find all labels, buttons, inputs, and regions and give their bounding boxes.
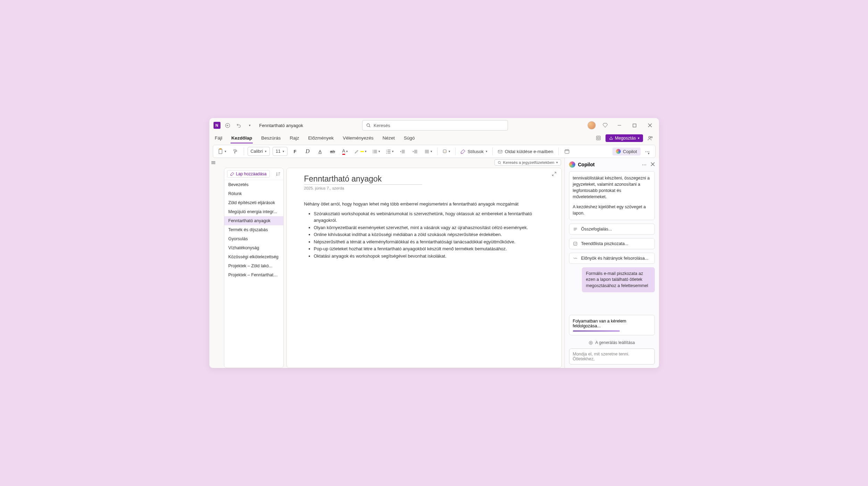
meeting-button[interactable] xyxy=(562,146,572,156)
stop-generation-button[interactable]: A generálás leállítása xyxy=(589,339,635,346)
svg-rect-36 xyxy=(211,161,215,162)
note-canvas[interactable]: Fenntartható anyagok 2025. június 7., sz… xyxy=(286,168,562,368)
underline-button[interactable]: A xyxy=(315,146,325,156)
suggestion-todo[interactable]: Teendőlista piszkozata... xyxy=(569,238,655,249)
svg-point-9 xyxy=(651,136,652,138)
tab-előzmények[interactable]: Előzmények xyxy=(308,133,335,143)
tab-fájl[interactable]: Fájl xyxy=(214,133,223,143)
strikethrough-button[interactable]: ab xyxy=(328,146,337,156)
progress-bar xyxy=(573,330,620,332)
title-bar: N ▾ Fenntartható anyagok Keresés xyxy=(209,118,659,133)
highlight-button[interactable]: ▾ xyxy=(353,146,368,156)
maximize-button[interactable] xyxy=(630,120,640,130)
close-icon[interactable] xyxy=(651,162,655,167)
svg-rect-23 xyxy=(387,153,391,153)
diamond-icon[interactable] xyxy=(601,122,609,129)
page-item[interactable]: Gyorsulás xyxy=(224,234,283,243)
search-input[interactable]: Keresés xyxy=(362,120,508,131)
svg-rect-24 xyxy=(402,150,405,150)
tab-rajz[interactable]: Rajz xyxy=(289,133,300,143)
svg-rect-31 xyxy=(425,151,429,151)
nav-toggle[interactable] xyxy=(209,158,218,368)
checkbox-icon xyxy=(573,241,578,246)
paste-button[interactable]: ▾ xyxy=(216,146,228,156)
wave-icon xyxy=(573,256,578,261)
tab-véleményezés[interactable]: Véleményezés xyxy=(342,133,374,143)
processing-card: Folyamatban van a kérelem feldolgozása..… xyxy=(569,315,655,335)
font-size-select[interactable]: 11▾ xyxy=(273,147,287,156)
tag-button[interactable]: ▾ xyxy=(441,146,452,156)
page-item[interactable]: Közösségi elkötelezettség xyxy=(224,252,283,261)
avatar[interactable] xyxy=(587,121,596,129)
note-body[interactable]: Néhány ötlet arról, hogy hogyan lehet mé… xyxy=(304,201,544,259)
tab-beszúrás[interactable]: Beszúrás xyxy=(260,133,281,143)
format-painter-button[interactable] xyxy=(231,146,240,156)
tab-nézet[interactable]: Nézet xyxy=(382,133,395,143)
ribbon-expand-icon[interactable]: ▾ xyxy=(644,149,654,158)
note-bullet: Online kihívásokat indíthat a közösségi … xyxy=(314,231,544,238)
outdent-button[interactable] xyxy=(398,146,408,156)
expand-icon[interactable] xyxy=(552,171,557,176)
page-item[interactable]: Megújuló energia integr... xyxy=(224,207,283,216)
align-button[interactable]: ▾ xyxy=(423,146,434,156)
svg-rect-11 xyxy=(219,149,221,150)
svg-point-13 xyxy=(373,151,373,152)
sort-icon[interactable] xyxy=(276,171,281,176)
svg-rect-38 xyxy=(211,164,215,164)
svg-rect-35 xyxy=(565,150,569,153)
tab-súgó[interactable]: Súgó xyxy=(403,133,416,143)
svg-rect-32 xyxy=(425,152,429,153)
more-icon[interactable]: ⋯ xyxy=(642,162,646,167)
body: Keresés a jegyzetfüzetekben ▾ Lap hozzáa… xyxy=(209,158,659,368)
bold-button[interactable]: F xyxy=(290,146,300,156)
svg-rect-27 xyxy=(414,150,417,150)
undo-icon[interactable] xyxy=(235,122,243,129)
font-name-select[interactable]: Calibri▾ xyxy=(248,147,270,156)
share-button[interactable]: Megosztás ▾ xyxy=(606,134,643,142)
add-page-icon xyxy=(230,172,234,176)
note-title[interactable]: Fenntartható anyagok xyxy=(304,174,422,185)
svg-rect-28 xyxy=(414,151,417,151)
onenote-app-icon: N xyxy=(214,122,220,129)
app-window: N ▾ Fenntartható anyagok Keresés FájlKez… xyxy=(209,118,659,368)
page-item[interactable]: Projektek – Zöld lakó... xyxy=(224,261,283,270)
copilot-icon xyxy=(616,149,621,154)
page-item[interactable]: Vízhatékonyság xyxy=(224,243,283,252)
page-item[interactable]: Fenntartható anyagok xyxy=(224,216,283,225)
indent-button[interactable] xyxy=(410,146,420,156)
copilot-input[interactable]: Mondja el, mit szeretne tenni. Ötletekhe… xyxy=(569,349,655,364)
customize-qat-icon[interactable]: ▾ xyxy=(246,122,254,129)
bullets-button[interactable]: ▾ xyxy=(371,146,382,156)
search-icon xyxy=(498,161,501,165)
tab-kezdőlap[interactable]: Kezdőlap xyxy=(231,133,253,143)
people-icon[interactable] xyxy=(646,134,654,142)
email-page-button[interactable]: Oldal küldése e-mailben xyxy=(496,146,554,156)
styles-button[interactable]: Stílusok▾ xyxy=(459,146,489,156)
copilot-title: Copilot xyxy=(578,162,595,167)
add-page-button[interactable]: Lap hozzáadása xyxy=(227,170,270,178)
minimize-button[interactable] xyxy=(615,120,624,130)
page-list: Lap hozzáadása BevezetésRólunkZöld építé… xyxy=(224,168,284,368)
search-icon xyxy=(366,123,371,128)
titlebar-right xyxy=(587,120,655,130)
suggestion-proscons[interactable]: Előnyök és hátrányok felsorolása... xyxy=(569,253,655,264)
numbering-button[interactable]: 123▾ xyxy=(384,146,395,156)
note-bullet: Olyan környezetbarát eseményeket szervez… xyxy=(314,224,544,231)
page-item[interactable]: Projektek – Fenntartható... xyxy=(224,270,283,279)
search-notebooks[interactable]: Keresés a jegyzetfüzetekben ▾ xyxy=(494,159,561,166)
svg-rect-25 xyxy=(402,151,405,151)
page-item[interactable]: Zöld építészeti eljárások xyxy=(224,198,283,207)
back-icon[interactable] xyxy=(224,122,232,129)
svg-rect-30 xyxy=(425,150,429,150)
page-item[interactable]: Termék és díjszabás xyxy=(224,225,283,234)
italic-button[interactable]: D xyxy=(303,146,312,156)
svg-rect-17 xyxy=(374,152,377,153)
close-button[interactable] xyxy=(645,120,655,130)
page-item[interactable]: Rólunk xyxy=(224,189,283,198)
fullscreen-icon[interactable] xyxy=(594,134,602,142)
suggestion-summarize[interactable]: Összefoglalás... xyxy=(569,224,655,235)
page-item[interactable]: Bevezetés xyxy=(224,180,283,189)
menu-tabs: FájlKezdőlapBeszúrásRajzElőzményekVélemé… xyxy=(209,133,659,143)
copilot-ribbon-button[interactable]: Copilot xyxy=(612,148,640,156)
font-color-button[interactable]: A▾ xyxy=(340,146,350,156)
